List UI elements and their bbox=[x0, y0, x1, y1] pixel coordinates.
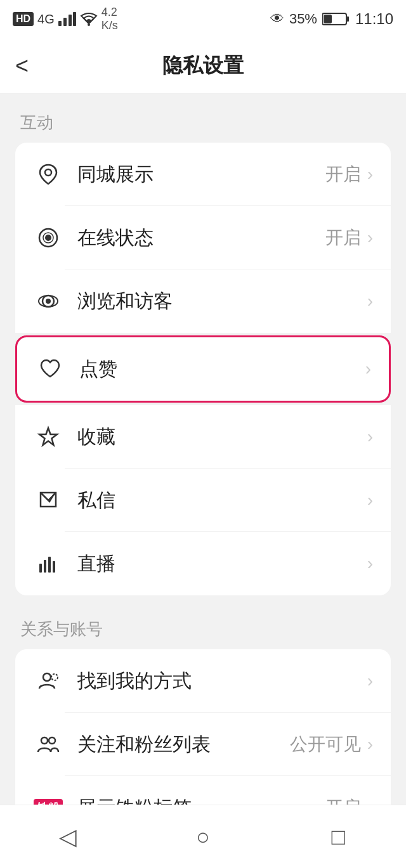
menu-text-online: 在线状态 bbox=[77, 225, 325, 251]
section-label-hudong: 互动 bbox=[0, 94, 406, 143]
arrow-like: › bbox=[365, 359, 371, 379]
svg-rect-7 bbox=[324, 15, 332, 23]
card-hudong-top: 同城展示 开启 › 在线状态 开启 › 浏览和访客 › bbox=[15, 143, 391, 333]
card-like-highlighted[interactable]: 点赞 › bbox=[15, 335, 391, 403]
svg-point-13 bbox=[46, 299, 51, 304]
menu-item-like[interactable]: 点赞 › bbox=[17, 337, 389, 401]
arrow-browse: › bbox=[367, 291, 373, 311]
svg-rect-1 bbox=[63, 18, 67, 26]
collect-icon bbox=[33, 422, 63, 452]
menu-item-browse[interactable]: 浏览和访客 › bbox=[15, 269, 391, 333]
menu-text-message: 私信 bbox=[77, 488, 361, 514]
svg-rect-3 bbox=[73, 12, 76, 26]
page-header: < 隐私设置 bbox=[0, 38, 406, 94]
svg-rect-17 bbox=[48, 557, 51, 573]
menu-value-follow: 公开可见 bbox=[290, 732, 361, 756]
nav-back-button[interactable]: ◁ bbox=[43, 812, 93, 862]
online-icon bbox=[33, 223, 63, 253]
menu-text-live: 直播 bbox=[77, 551, 361, 577]
page-title: 隐私设置 bbox=[162, 52, 244, 80]
menu-value-location: 开启 bbox=[325, 162, 361, 186]
svg-point-4 bbox=[88, 23, 90, 26]
menu-item-online[interactable]: 在线状态 开启 › bbox=[15, 206, 391, 269]
signal-bars bbox=[58, 12, 76, 26]
svg-rect-2 bbox=[69, 15, 72, 26]
arrow-follow: › bbox=[367, 734, 373, 755]
nav-home-button[interactable]: ○ bbox=[178, 812, 228, 862]
arrow-collect: › bbox=[367, 427, 373, 447]
bottom-nav: ◁ ○ □ bbox=[0, 805, 406, 868]
location-icon bbox=[33, 159, 63, 190]
menu-text-follow: 关注和粉丝列表 bbox=[77, 732, 290, 758]
battery-percent: 35% bbox=[289, 11, 317, 27]
menu-text-browse: 浏览和访客 bbox=[77, 288, 361, 314]
arrow-message: › bbox=[367, 490, 373, 510]
menu-item-live[interactable]: 直播 › bbox=[15, 532, 391, 595]
speed-text: 4.2K/s bbox=[102, 6, 118, 32]
menu-item-location[interactable]: 同城展示 开启 › bbox=[15, 143, 391, 206]
arrow-live: › bbox=[367, 554, 373, 574]
menu-text-collect: 收藏 bbox=[77, 424, 361, 450]
message-icon bbox=[33, 485, 63, 515]
svg-rect-6 bbox=[346, 16, 349, 22]
live-icon bbox=[33, 548, 63, 579]
browse-icon bbox=[33, 286, 63, 316]
menu-item-follow[interactable]: 关注和粉丝列表 公开可见 › bbox=[15, 713, 391, 776]
menu-text-like: 点赞 bbox=[79, 356, 359, 382]
svg-point-8 bbox=[45, 169, 51, 176]
status-right: 👁 35% 11:10 bbox=[270, 10, 393, 28]
section-label-account: 关系与账号 bbox=[0, 600, 406, 649]
svg-rect-15 bbox=[39, 564, 42, 573]
hd-badge: HD bbox=[13, 12, 34, 26]
svg-rect-0 bbox=[58, 21, 62, 26]
svg-point-20 bbox=[51, 674, 58, 680]
find-icon bbox=[33, 666, 63, 696]
status-left: HD 4G 4.2K/s bbox=[13, 6, 118, 32]
status-bar: HD 4G 4.2K/s 👁 35% bbox=[0, 0, 406, 38]
svg-point-10 bbox=[45, 235, 51, 241]
menu-text-find: 找到我的方式 bbox=[77, 668, 361, 694]
menu-value-online: 开启 bbox=[325, 226, 361, 250]
nav-recent-button[interactable]: □ bbox=[313, 812, 363, 862]
svg-point-21 bbox=[41, 737, 48, 744]
signal-icon: 4G bbox=[37, 12, 55, 27]
battery-icon bbox=[322, 12, 350, 26]
like-icon bbox=[35, 354, 65, 384]
menu-text-location: 同城展示 bbox=[77, 162, 325, 188]
svg-rect-18 bbox=[53, 561, 55, 573]
arrow-online: › bbox=[367, 228, 373, 248]
time-display: 11:10 bbox=[355, 10, 393, 28]
svg-point-19 bbox=[43, 673, 51, 681]
card-hudong-bottom: 收藏 › 私信 › 直播 › bbox=[15, 405, 391, 595]
svg-point-22 bbox=[49, 737, 55, 744]
svg-rect-16 bbox=[44, 560, 46, 573]
menu-item-message[interactable]: 私信 › bbox=[15, 469, 391, 532]
menu-item-find[interactable]: 找到我的方式 › bbox=[15, 649, 391, 713]
eye-icon: 👁 bbox=[270, 11, 284, 27]
menu-item-collect[interactable]: 收藏 › bbox=[15, 405, 391, 469]
arrow-location: › bbox=[367, 164, 373, 185]
back-button[interactable]: < bbox=[15, 53, 29, 79]
arrow-find: › bbox=[367, 671, 373, 691]
follow-icon bbox=[33, 729, 63, 760]
wifi-icon bbox=[80, 12, 98, 26]
